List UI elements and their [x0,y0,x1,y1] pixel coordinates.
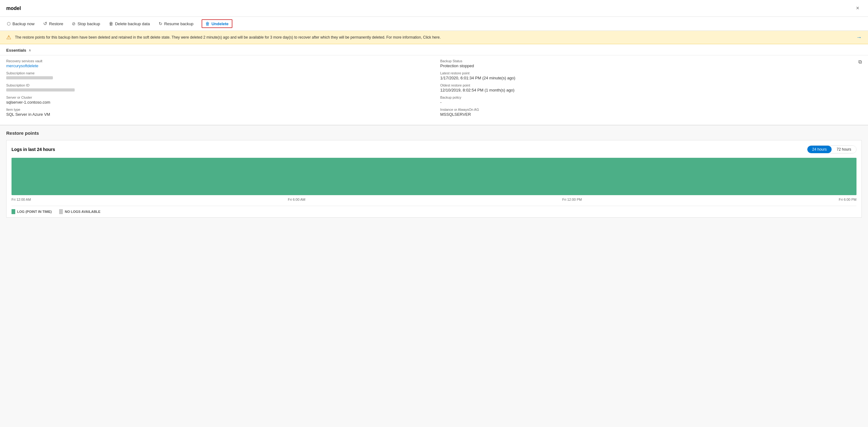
field-latest-restore-label: Latest restore point [440,71,862,75]
chart-area [11,158,857,195]
main-window: model × ⬡ Backup now ↺ Restore ⊘ Stop ba… [0,0,868,427]
restore-icon: ↺ [43,21,47,26]
essentials-header[interactable]: Essentials ∧ [0,44,868,55]
time-btn-72h[interactable]: 72 hours [832,146,856,153]
field-recovery-vault-label: Recovery services vault [6,59,428,63]
field-latest-restore: Latest restore point 1/17/2020, 6:01:34 … [440,71,862,80]
field-recovery-vault: Recovery services vault mercurysoftdelet… [6,59,428,68]
field-backup-policy: Backup policy - [440,96,862,104]
essentials-content: Recovery services vault mercurysoftdelet… [0,55,868,125]
toolbar-backup-now-label: Backup now [12,22,34,26]
field-backup-status: Backup Status Protection stopped [440,59,862,68]
stop-backup-icon: ⊘ [72,21,75,26]
delete-backup-icon: 🗑 [109,21,113,26]
field-instance-ag: Instance or AlwaysOn AG MSSQLSERVER [440,108,862,117]
field-subscription-name-label: Subscription name [6,71,428,75]
title-bar: model × [0,0,868,17]
field-item-type-value: SQL Server in Azure VM [6,112,428,117]
chart-header: Logs in last 24 hours 24 hours 72 hours [11,145,857,153]
chart-container: Logs in last 24 hours 24 hours 72 hours … [6,140,862,218]
legend-label-no-logs: NO LOGS AVAILABLE [65,210,100,214]
legend-item-log: LOG (POINT IN TIME) [11,209,52,214]
field-subscription-id: Subscription ID [6,83,428,92]
legend-color-green [11,209,15,214]
essentials-chevron-icon: ∧ [29,48,31,52]
time-toggle: 24 hours 72 hours [807,145,857,153]
toolbar-undelete[interactable]: 🗑 Undelete [202,19,232,28]
field-oldest-restore-value: 12/10/2019, 8:02:54 PM (1 month(s) ago) [440,88,862,92]
field-instance-ag-label: Instance or AlwaysOn AG [440,108,862,112]
chart-axis: Fri 12:00 AM Fri 6:00 AM Fri 12:00 PM Fr… [11,196,857,203]
resume-backup-icon: ↻ [159,21,162,26]
toolbar-resume-backup[interactable]: ↻ Resume backup [158,20,194,27]
field-backup-status-label: Backup Status [440,59,862,63]
restore-points-title: Restore points [6,130,862,136]
essentials-label: Essentials [6,48,26,53]
toolbar-restore[interactable]: ↺ Restore [42,20,64,28]
restore-points-section: Restore points Logs in last 24 hours 24 … [0,125,868,427]
toolbar-delete-backup-label: Delete backup data [115,22,150,26]
field-item-type-label: Item type [6,108,428,112]
field-subscription-name: Subscription name [6,71,428,80]
warning-banner: ⚠ The restore points for this backup ite… [0,31,868,44]
toolbar-delete-backup-data[interactable]: 🗑 Delete backup data [108,20,151,27]
field-backup-policy-label: Backup policy [440,96,862,99]
chart-title: Logs in last 24 hours [11,147,55,152]
time-btn-24h[interactable]: 24 hours [807,146,832,153]
legend-color-gray [59,209,63,214]
field-subscription-id-label: Subscription ID [6,83,428,87]
toolbar-backup-now[interactable]: ⬡ Backup now [6,20,35,27]
warning-text: The restore points for this backup item … [15,35,852,39]
field-server-cluster: Server or Cluster sqlserver-1.contoso.co… [6,96,428,104]
field-backup-policy-value: - [440,100,862,104]
axis-label-1: Fri 6:00 AM [288,197,305,201]
field-subscription-name-value [6,76,53,79]
field-server-cluster-value: sqlserver-1.contoso.com [6,100,428,104]
toolbar-stop-backup-label: Stop backup [78,22,100,26]
chart-bar-green [11,158,857,195]
window-title: model [6,6,21,11]
field-item-type: Item type SQL Server in Azure VM [6,108,428,117]
toolbar: ⬡ Backup now ↺ Restore ⊘ Stop backup 🗑 D… [0,17,868,31]
field-oldest-restore: Oldest restore point 12/10/2019, 8:02:54… [440,83,862,92]
toolbar-undelete-label: Undelete [212,22,229,26]
legend-label-log: LOG (POINT IN TIME) [17,210,52,214]
toolbar-stop-backup[interactable]: ⊘ Stop backup [71,20,100,27]
warning-arrow[interactable]: → [856,34,862,41]
field-instance-ag-value: MSSQLSERVER [440,112,862,117]
axis-label-3: Fri 6:00 PM [839,197,857,201]
axis-label-0: Fri 12:00 AM [11,197,31,201]
field-backup-status-value: Protection stopped [440,63,862,68]
copy-icon[interactable]: ⧉ [858,59,862,65]
field-server-cluster-label: Server or Cluster [6,96,428,99]
backup-now-icon: ⬡ [7,21,10,26]
essentials-left-col: Recovery services vault mercurysoftdelet… [6,59,428,120]
field-latest-restore-value: 1/17/2020, 6:01:34 PM (24 minute(s) ago) [440,75,862,80]
warning-icon: ⚠ [6,34,11,41]
undelete-icon: 🗑 [205,21,210,26]
close-button[interactable]: × [854,4,862,13]
toolbar-restore-label: Restore [49,22,63,26]
essentials-right-col: Backup Status Protection stopped Latest … [440,59,862,120]
legend-item-no-logs: NO LOGS AVAILABLE [59,209,100,214]
essentials-wrapper: Recovery services vault mercurysoftdelet… [0,55,868,125]
toolbar-resume-backup-label: Resume backup [164,22,193,26]
field-oldest-restore-label: Oldest restore point [440,83,862,87]
axis-label-2: Fri 12:00 PM [562,197,582,201]
field-subscription-id-value [6,88,75,92]
field-recovery-vault-value[interactable]: mercurysoftdelete [6,63,38,68]
chart-legend: LOG (POINT IN TIME) NO LOGS AVAILABLE [11,206,857,214]
